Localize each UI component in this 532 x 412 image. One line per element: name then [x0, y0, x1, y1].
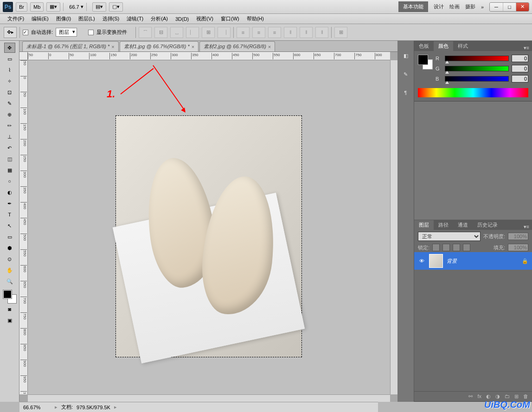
layer-name[interactable]: 背景 — [447, 258, 457, 265]
color-spectrum[interactable] — [418, 88, 528, 97]
swatches-tab[interactable]: 色板 — [414, 41, 434, 51]
menu-layer[interactable]: 图层(L) — [75, 15, 98, 22]
adjustment-layer-icon[interactable]: ◑ — [495, 393, 500, 399]
hand-tool[interactable]: ✋ — [4, 265, 15, 275]
workspace-essentials-button[interactable]: 基本功能 — [398, 1, 428, 12]
r-slider[interactable] — [445, 56, 509, 61]
panel-color-swatches[interactable] — [418, 55, 433, 70]
new-group-icon[interactable]: 🗀 — [505, 393, 510, 399]
move-tool[interactable]: ✥ — [4, 43, 15, 53]
fill-input[interactable] — [508, 244, 528, 251]
document-image[interactable] — [116, 116, 301, 357]
opacity-input[interactable] — [508, 233, 528, 240]
history-brush-tool[interactable]: ↶ — [4, 143, 15, 153]
crop-tool[interactable]: ⊡ — [4, 87, 15, 97]
gradient-tool[interactable]: ▦ — [4, 165, 15, 175]
menu-analysis[interactable]: 分析(A) — [147, 15, 172, 22]
menu-3d[interactable]: 3D(D) — [172, 16, 192, 22]
blur-tool[interactable]: ○ — [4, 176, 15, 186]
menu-image[interactable]: 图像(I) — [52, 15, 75, 22]
eyedropper-tool[interactable]: ✎ — [4, 98, 15, 108]
screen-mode-button[interactable]: ▦▾ — [46, 2, 60, 12]
auto-align-icon[interactable]: ⊞ — [334, 27, 347, 38]
menu-view[interactable]: 视图(V) — [192, 15, 217, 22]
minimize-button[interactable]: ─ — [490, 3, 503, 11]
minibridge-button[interactable]: Mb — [30, 2, 44, 12]
clone-stamp-tool[interactable]: ⊥ — [4, 132, 15, 142]
brushes-icon[interactable]: ✎ — [400, 69, 411, 80]
close-tab-icon[interactable]: × — [268, 44, 271, 50]
align-vcenter-icon[interactable]: ⊟ — [154, 27, 167, 38]
pen-tool[interactable]: ✒ — [4, 198, 15, 209]
delete-layer-icon[interactable]: 🗑 — [523, 393, 528, 399]
align-bottom-icon[interactable]: ⎵ — [170, 27, 183, 38]
menu-select[interactable]: 选择(S) — [99, 15, 123, 22]
lock-transparency-icon[interactable] — [432, 244, 440, 251]
distribute-hcenter-icon[interactable]: ⦀ — [300, 27, 313, 38]
styles-tab[interactable]: 样式 — [453, 41, 473, 51]
zoom-value[interactable]: 66.7 — [69, 4, 79, 10]
close-tab-icon[interactable]: × — [111, 44, 114, 50]
shape-tool[interactable]: ▭ — [4, 232, 15, 242]
3d-camera-tool[interactable]: ⊙ — [4, 254, 15, 264]
character-icon[interactable]: ¶ — [400, 87, 411, 98]
align-left-icon[interactable]: ⎸ — [186, 27, 199, 38]
lasso-tool[interactable]: ⌇ — [4, 65, 15, 75]
layer-fx-icon[interactable]: fx — [477, 393, 481, 399]
ruler-origin[interactable] — [19, 52, 28, 60]
panel-fg-swatch[interactable] — [418, 55, 428, 65]
eraser-tool[interactable]: ◫ — [4, 154, 15, 164]
path-selection-tool[interactable]: ↖ — [4, 221, 15, 231]
layer-row-background[interactable]: 👁 背景 🔒 — [414, 252, 532, 270]
quick-mask-tool[interactable]: ◙ — [4, 304, 15, 314]
workspace-photography-link[interactable]: 摄影 — [465, 3, 475, 10]
lock-pixels-icon[interactable] — [442, 244, 450, 251]
canvas[interactable]: 1. — [28, 60, 390, 394]
layer-mask-icon[interactable]: ◐ — [486, 393, 491, 399]
align-top-icon[interactable]: ⎴ — [139, 27, 152, 38]
auto-select-checkbox[interactable] — [23, 30, 28, 35]
type-tool[interactable]: T — [4, 209, 15, 220]
layers-tab[interactable]: 图层 — [414, 220, 434, 230]
align-right-icon[interactable]: ⎹ — [218, 27, 231, 38]
vertical-ruler[interactable]: 5005010015020025030035040045050055060065… — [19, 60, 28, 394]
arrange-button[interactable]: ▤▾ — [92, 2, 106, 12]
history-tab[interactable]: 历史记录 — [473, 220, 502, 230]
3d-tool[interactable]: ⬢ — [4, 243, 15, 253]
show-transform-checkbox[interactable] — [88, 30, 94, 35]
move-tool-preset-icon[interactable]: ✥▸ — [4, 27, 17, 38]
workspace-painting-link[interactable]: 绘画 — [449, 3, 460, 10]
zoom-tool[interactable]: 🔍 — [4, 276, 15, 286]
close-button[interactable]: ✕ — [516, 3, 529, 11]
maximize-button[interactable]: □ — [503, 3, 516, 11]
swatches-icon[interactable]: ◧ — [400, 50, 411, 61]
panel-menu-icon[interactable]: ▾≡ — [521, 224, 532, 230]
dodge-tool[interactable]: ◐ — [4, 187, 15, 197]
workspace-more-button[interactable]: » — [481, 4, 484, 10]
layer-thumbnail[interactable] — [429, 254, 443, 268]
blend-mode-dropdown[interactable]: 正常 — [418, 232, 481, 241]
magic-wand-tool[interactable]: ✧ — [4, 76, 15, 86]
screen-mode-tool[interactable]: ▣ — [4, 315, 15, 325]
healing-brush-tool[interactable]: ⊕ — [4, 109, 15, 120]
menu-filter[interactable]: 滤镜(T) — [123, 15, 147, 22]
bridge-button[interactable]: Br — [16, 2, 27, 12]
new-layer-icon[interactable]: ⊞ — [514, 393, 519, 399]
distribute-right-icon[interactable]: ⦀ — [315, 27, 328, 38]
distribute-bottom-icon[interactable]: ≡ — [268, 27, 281, 38]
menu-help[interactable]: 帮助(H) — [243, 15, 268, 22]
menu-file[interactable]: 文件(F) — [4, 15, 28, 22]
screenmode2-button[interactable]: ▢▾ — [109, 2, 123, 12]
brush-tool[interactable]: ✏ — [4, 120, 15, 131]
status-zoom[interactable]: 66.67% — [23, 405, 51, 410]
foreground-color-swatch[interactable] — [3, 290, 12, 298]
link-layers-icon[interactable]: ⚯ — [468, 393, 473, 399]
marquee-tool[interactable]: ▭ — [4, 54, 15, 64]
horizontal-ruler[interactable]: 5005010015020025030035040045050055060065… — [28, 52, 390, 60]
distribute-left-icon[interactable]: ⦀ — [284, 27, 297, 38]
document-tab-0[interactable]: 未标题-1 @ 66.7% (图层 1, RGB/8) *× — [22, 41, 119, 51]
visibility-eye-icon[interactable]: 👁 — [418, 257, 425, 265]
distribute-vcenter-icon[interactable]: ≡ — [252, 27, 265, 38]
distribute-top-icon[interactable]: ≡ — [237, 27, 250, 38]
b-input[interactable] — [512, 75, 528, 82]
